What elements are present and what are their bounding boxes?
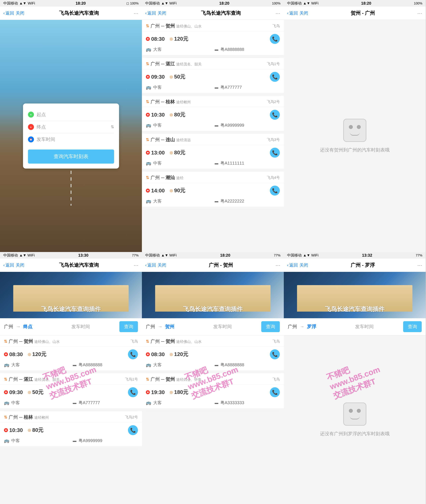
nav-back-6[interactable]: ‹ 返回 — [287, 262, 298, 268]
plate-num: 粤A8888888 — [78, 362, 138, 368]
route-header: ⇅ 广州 ─ 贺州 途经佛山、山水 飞鸟 — [0, 335, 142, 347]
nav-close-3[interactable]: 关闭 — [299, 10, 308, 16]
call-button[interactable]: 📞 — [270, 148, 280, 158]
plate-num: 粤A9999999 — [220, 122, 280, 128]
route-card: ⇅ 广州 ─ 桂林 途经郴州 飞鸟2号 10:30 ◎ 80元 📞 — [0, 411, 142, 446]
search-to-4[interactable]: 终点 — [23, 324, 69, 330]
time-dot — [146, 37, 150, 41]
call-button[interactable]: 📞 — [270, 34, 280, 44]
route-bus-row: 🚌 中客 ▬ 粤A9999999 — [142, 122, 284, 131]
search-from-4: 广州 — [4, 324, 13, 330]
route-bus-row: 🚌 大客 ▬ 粤A3333333 — [142, 400, 284, 408]
route-time: 08:30 — [146, 36, 165, 42]
call-button[interactable]: 📞 — [128, 349, 138, 359]
route-price: ◎ 50元 — [170, 73, 270, 80]
nav-back-4[interactable]: ‹ 返回 — [3, 262, 14, 268]
query-btn-5[interactable]: 查询 — [261, 321, 280, 332]
search-to-5[interactable]: 贺州 — [165, 324, 211, 330]
call-button[interactable]: 📞 — [128, 387, 138, 397]
call-icon: 📞 — [272, 188, 278, 193]
nav-title-6: 广州 - 罗浮 — [308, 262, 418, 269]
search-time-6[interactable]: 发车时间 — [355, 324, 401, 330]
plate-icon: ▬ — [215, 161, 218, 165]
route-header: ⇅ 广州 ─ 桂林 途经郴州 飞鸟2号 — [0, 411, 142, 423]
route-header: ⇅ 广州 ─ 潮汕 途经 飞鸟4号 — [142, 171, 284, 183]
route-icon: ⇅ — [146, 175, 149, 180]
plate-num: 粤A777777 — [220, 85, 280, 90]
search-time-4[interactable]: 发车时间 — [71, 324, 117, 330]
time-text: 13:00 — [151, 150, 165, 156]
bus-icon: 🚌 — [146, 161, 151, 166]
route-icon: ⇅ — [146, 339, 149, 344]
route-title: 广州 ─ 潮汕 途经 — [150, 175, 267, 181]
call-button[interactable]: 📞 — [270, 110, 280, 120]
swap-icon[interactable]: ⇅ — [111, 125, 114, 129]
call-button[interactable]: 📞 — [270, 349, 280, 359]
call-icon: 📞 — [272, 74, 278, 80]
nav-back-3[interactable]: ‹ 返回 — [287, 10, 298, 16]
end-field[interactable]: ● 终点 ⇅ — [28, 121, 114, 133]
empty-state-6: 还没有广州到罗浮的汽车时刻表哦 — [284, 335, 426, 504]
nav-close-4[interactable]: 关闭 — [16, 262, 24, 268]
search-row-5: 广州 → 贺州 发车时间 查询 — [142, 318, 284, 335]
route-bus-row: 🚌 中客 ▬ 粤A777777 — [142, 85, 284, 93]
nav-back-1[interactable]: ‹ 返回 — [3, 10, 14, 16]
search-button[interactable]: 查询汽车时刻表 — [28, 149, 114, 163]
route-icon: ⇅ — [146, 137, 149, 142]
nav-more-2[interactable]: ··· — [276, 11, 280, 16]
route-bus-row: 🚌 大客 ▬ 粤A8888888 — [142, 362, 284, 370]
route-price: ◎ 90元 — [170, 187, 270, 194]
route-time: 09:30 — [146, 74, 165, 80]
nav-close-5[interactable]: 关闭 — [158, 262, 166, 268]
time-field[interactable]: ⏰ 发车时间 — [28, 133, 114, 146]
nav-close-1[interactable]: 关闭 — [16, 10, 24, 16]
search-from-6: 广州 — [288, 324, 297, 330]
time-text: 19:30 — [151, 389, 165, 395]
route-details: 09:30 ◎ 50元 📞 — [142, 69, 284, 85]
route-time: 08:30 — [146, 351, 165, 357]
sad-face-icon — [343, 119, 366, 142]
plate-num: 粤A777777 — [78, 400, 138, 406]
empty-state-3: 还没有贺州到广州的汽车时刻表哦 — [284, 20, 426, 252]
start-label: 起点 — [37, 111, 114, 118]
route-price: ◎ 50元 — [28, 389, 128, 396]
start-field[interactable]: ● 起点 — [28, 108, 114, 121]
nav-back-5[interactable]: ‹ 返回 — [145, 262, 156, 268]
call-button[interactable]: 📞 — [128, 425, 138, 435]
route-time: 14:00 — [146, 188, 165, 194]
route-details: 08:30 ◎ 120元 📞 — [142, 347, 284, 362]
bus-type: 大客 — [11, 362, 71, 368]
price-icon: ◎ — [170, 352, 173, 356]
nav-close-6[interactable]: 关闭 — [299, 262, 308, 268]
time-text: 08:30 — [151, 36, 165, 42]
nav-more-5[interactable]: ··· — [276, 263, 280, 268]
call-button[interactable]: 📞 — [270, 387, 280, 397]
call-icon: 📞 — [130, 427, 136, 433]
banner-title-5: 飞鸟长途汽车查询插件 — [183, 305, 243, 313]
phone-5: 中国移动 ▲▼ WiFi 18:20 77% ‹ 返回 关闭 广州 - 贺州 ·… — [142, 252, 284, 504]
search-to-6[interactable]: 罗浮 — [307, 324, 353, 330]
time-dot — [146, 151, 150, 155]
route-header: ⇅ 广州 ─ 贺州 途经佛山、山水 飞鸟 — [142, 20, 284, 31]
nav-more-4[interactable]: ··· — [134, 263, 139, 268]
route-time: 10:30 — [4, 427, 23, 433]
search-time-5[interactable]: 发车时间 — [213, 324, 259, 330]
route-brand: 飞鸟4号 — [267, 175, 280, 180]
bus-icon: 🚌 — [146, 362, 151, 367]
price-icon: ◎ — [28, 390, 31, 394]
phone-2: 中国移动 ▲▼ WiFi 18:20 100% ‹ 返回 关闭 飞鸟长途汽车查询… — [142, 0, 284, 252]
nav-more-3[interactable]: ··· — [418, 11, 422, 16]
phone-1: 中国移动 ▲▼ WiFi 18:20 ◻ 100% ‹ 返回 关闭 飞鸟长途汽车… — [0, 0, 142, 252]
call-button[interactable]: 📞 — [270, 186, 280, 196]
query-btn-6[interactable]: 查询 — [403, 321, 422, 332]
bus-icon: 🚌 — [4, 438, 9, 443]
nav-more-1[interactable]: ··· — [134, 11, 139, 16]
nav-close-2[interactable]: 关闭 — [158, 10, 166, 16]
query-btn-4[interactable]: 查询 — [119, 321, 138, 332]
bus-icon: 🚌 — [146, 85, 151, 90]
nav-back-2[interactable]: ‹ 返回 — [145, 10, 156, 16]
nav-title-3: 贺州 - 广州 — [308, 10, 418, 17]
banner-4: 飞鸟长途汽车查询插件 — [0, 272, 142, 318]
call-button[interactable]: 📞 — [270, 72, 280, 82]
nav-more-6[interactable]: ··· — [418, 263, 422, 268]
